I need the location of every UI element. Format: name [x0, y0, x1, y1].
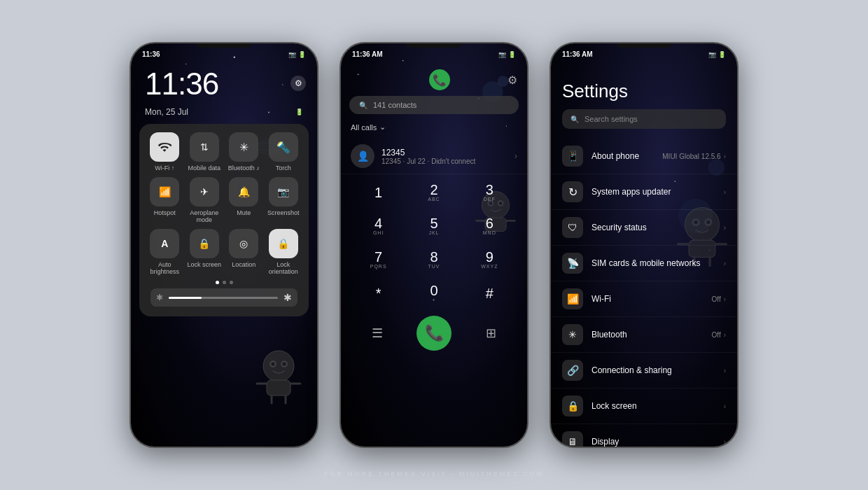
dial-1[interactable]: 1: [357, 177, 400, 208]
dial-8[interactable]: 8TUV: [412, 244, 456, 275]
call-button[interactable]: 📞: [416, 316, 451, 351]
battery-status: 🔋: [298, 51, 306, 58]
lock-screen-button[interactable]: 🔒: [190, 229, 219, 258]
wifi-settings-icon: 📶: [562, 288, 583, 309]
brightness-high-icon: ✱: [284, 292, 292, 303]
search-placeholder: 141 contacts: [373, 101, 416, 109]
dot-2: [223, 281, 226, 284]
dial-2[interactable]: 2ABC: [412, 177, 456, 208]
phone3-ui: 11:36 AM 📷 🔋 Settings 🔍 Search settings …: [551, 43, 737, 447]
sim-cards-text: SIM cards & mobile networks: [592, 258, 715, 268]
cc-auto-brightness[interactable]: A Auto brightness: [145, 229, 185, 275]
screenshot-button[interactable]: 📷: [269, 177, 298, 206]
phone-app-icon: 📞: [429, 69, 450, 90]
cc-torch[interactable]: 🔦 Torch: [264, 132, 304, 172]
location-button[interactable]: ◎: [229, 229, 258, 258]
status-time-1: 11:36: [142, 50, 160, 58]
dialer-settings-icon[interactable]: ⚙: [507, 74, 517, 87]
lock-screen-cc-label: Lock screen: [187, 261, 221, 268]
mobile-data-button[interactable]: ⇅: [190, 132, 219, 162]
bluetooth-settings-label: Bluetooth: [592, 330, 704, 340]
torch-label: Torch: [276, 164, 291, 172]
hotspot-button[interactable]: 📶: [150, 177, 179, 206]
wifi-button[interactable]: [150, 132, 179, 162]
dial-hash[interactable]: #: [468, 278, 511, 309]
cc-lock-orientation[interactable]: 🔒 Lock orientation: [264, 229, 304, 275]
call-filter[interactable]: All calls ⌄: [341, 120, 527, 134]
connection-text: Connection & sharing: [592, 365, 715, 375]
power-button-3[interactable]: [737, 127, 738, 162]
brightness-slider[interactable]: [169, 297, 278, 299]
display-text: Display: [592, 437, 715, 447]
dialpad-menu-icon[interactable]: ☰: [363, 319, 391, 347]
cc-mute[interactable]: 🔔 Mute: [224, 177, 264, 223]
security-status-label: Security status: [592, 223, 715, 232]
settings-lock-screen[interactable]: 🔒 Lock screen ›: [551, 388, 737, 424]
airplane-button[interactable]: ✈: [190, 177, 219, 206]
dial-0[interactable]: 0+: [412, 278, 456, 309]
dial-9[interactable]: 9WXYZ: [468, 244, 511, 275]
display-icon: 🖥: [562, 431, 583, 447]
settings-security-status[interactable]: 🛡 Security status ›: [551, 210, 737, 246]
connection-right: ›: [724, 367, 726, 374]
cc-wifi[interactable]: Wi-Fi ↑: [145, 132, 185, 172]
cc-airplane[interactable]: ✈ Aeroplane mode: [185, 177, 225, 223]
dial-5[interactable]: 5JKL: [412, 211, 456, 241]
auto-brightness-button[interactable]: A: [150, 229, 179, 258]
dial-7[interactable]: 7PQRS: [357, 244, 400, 275]
mute-cc-button[interactable]: 🔔: [229, 177, 258, 206]
location-label: Location: [232, 261, 255, 268]
bluetooth-button[interactable]: ✳: [229, 132, 258, 162]
cc-mobile-data[interactable]: ⇅ Mobile data: [185, 132, 225, 172]
screenshot-label: Screenshot: [267, 209, 300, 216]
settings-connection[interactable]: 🔗 Connection & sharing ›: [551, 353, 737, 388]
call-info: 12345 12345 · Jul 22 · Didn't connect: [382, 148, 507, 165]
display-label: Display: [592, 437, 715, 447]
bluetooth-settings-right: Off ›: [712, 331, 727, 339]
about-chevron: ›: [724, 153, 726, 160]
cc-hotspot[interactable]: 📶 Hotspot: [145, 177, 185, 223]
settings-sim-cards[interactable]: 📡 SIM cards & mobile networks ›: [551, 246, 737, 281]
security-status-text: Security status: [592, 223, 715, 232]
call-expand-arrow[interactable]: ›: [514, 151, 517, 161]
lock-screen-right: ›: [724, 402, 726, 410]
connection-chevron: ›: [724, 367, 726, 374]
cc-screenshot[interactable]: 📷 Screenshot: [264, 177, 304, 223]
brightness-low-icon: ✱: [156, 293, 163, 302]
cc-lock-screen[interactable]: 🔒 Lock screen: [185, 229, 225, 275]
dial-4[interactable]: 4GHI: [357, 211, 400, 241]
about-phone-right: MIUI Global 12.5.6 ›: [662, 153, 726, 160]
bluetooth-settings-text: Bluetooth: [592, 330, 704, 340]
dial-row-4: * 0+ #: [351, 278, 517, 309]
dialpad-grid-icon[interactable]: ⊞: [477, 319, 505, 347]
settings-search-bar[interactable]: 🔍 Search settings: [562, 109, 726, 129]
search-icon-settings: 🔍: [570, 115, 579, 123]
dial-3[interactable]: 3DEF: [468, 177, 511, 208]
display-chevron: ›: [724, 438, 726, 446]
dial-star[interactable]: *: [357, 278, 400, 309]
phone-3-screen: 11:36 AM 📷 🔋 Settings 🔍 Search settings …: [551, 43, 737, 447]
phone2-ui: 11:36 AM 📷 🔋 📞 ⚙ 🔍 141 contacts All call…: [341, 43, 527, 447]
brightness-control[interactable]: ✱ ✱: [150, 288, 298, 307]
settings-system-apps[interactable]: ↻ System apps updater ›: [551, 174, 737, 210]
system-apps-text: System apps updater: [592, 187, 715, 197]
power-button[interactable]: [317, 127, 318, 162]
torch-button[interactable]: 🔦: [269, 132, 298, 162]
wifi-chevron: ›: [724, 295, 726, 303]
settings-display[interactable]: 🖥 Display ›: [551, 424, 737, 447]
wifi-label: Wi-Fi ↑: [155, 164, 174, 172]
lock-orientation-button[interactable]: 🔒: [269, 229, 298, 258]
settings-wifi[interactable]: 📶 Wi-Fi Off ›: [551, 281, 737, 317]
cc-bluetooth[interactable]: ✳ Bluetooth ♪: [224, 132, 264, 172]
recent-call-item[interactable]: 👤 12345 12345 · Jul 22 · Didn't connect …: [341, 139, 527, 174]
control-center-panel: Wi-Fi ↑ ⇅ Mobile data ✳ Bluetooth ♪ 🔦 To…: [139, 124, 309, 316]
settings-about-phone[interactable]: 📱 About phone MIUI Global 12.5.6 ›: [551, 139, 737, 174]
settings-quick-button[interactable]: ⚙: [290, 76, 306, 91]
sim-chevron: ›: [724, 260, 726, 267]
settings-bluetooth[interactable]: ✳ Bluetooth Off ›: [551, 317, 737, 353]
bluetooth-chevron: ›: [724, 331, 726, 339]
contact-search[interactable]: 🔍 141 contacts: [349, 96, 519, 114]
dial-6[interactable]: 6MNO: [468, 211, 511, 241]
cc-location[interactable]: ◎ Location: [224, 229, 264, 275]
power-button-2[interactable]: [527, 127, 528, 162]
